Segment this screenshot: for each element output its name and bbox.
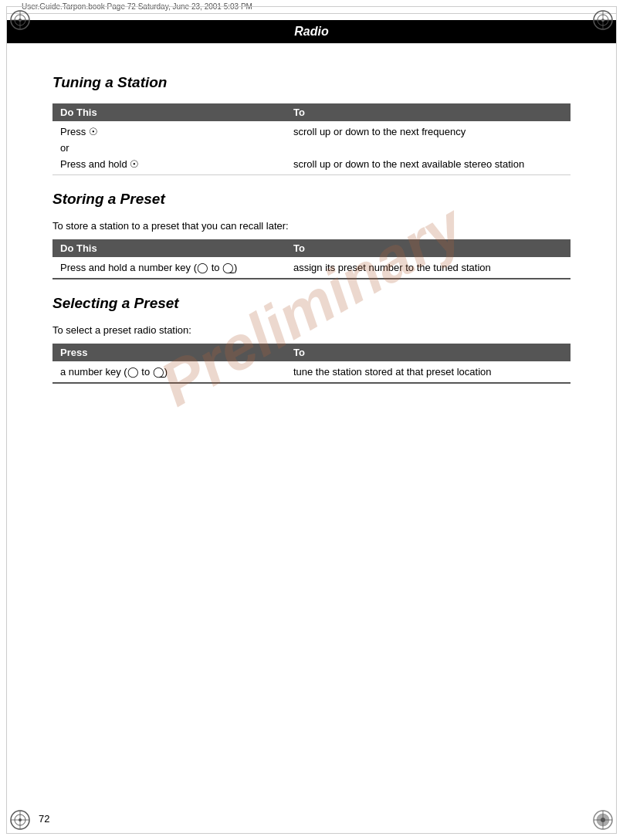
section-heading-selecting: Selecting a Preset bbox=[52, 295, 571, 312]
table-header-row: Press To bbox=[52, 344, 571, 361]
section-heading-storing: Storing a Preset bbox=[52, 191, 571, 208]
table-row: Press and hold ☉ scroll up or down to th… bbox=[52, 154, 571, 175]
page-number: 72 bbox=[39, 813, 49, 825]
col-header-press: Press bbox=[52, 344, 286, 361]
table-header-row: Do This To bbox=[52, 103, 571, 121]
table-row: a number key (◯ to ◯̲) tune the station … bbox=[52, 361, 571, 383]
table-row: Press ☉ scroll up or down to the next fr… bbox=[52, 121, 571, 142]
section-heading-tuning: Tuning a Station bbox=[52, 74, 571, 91]
table-cell-empty bbox=[286, 142, 571, 154]
col-header-to: To bbox=[286, 344, 571, 361]
meta-info: User.Guide.Tarpon.book Page 72 Saturday,… bbox=[6, 0, 617, 14]
page-title: Radio bbox=[294, 25, 328, 38]
col-header-to: To bbox=[286, 239, 571, 257]
corner-decoration-br bbox=[592, 809, 614, 831]
tuning-table: Do This To Press ☉ scroll up or down to … bbox=[52, 103, 571, 175]
table-cell-to: scroll up or down to the next frequency bbox=[286, 121, 571, 142]
table-row-or: or bbox=[52, 142, 571, 154]
section-intro-storing: To store a station to a preset that you … bbox=[52, 220, 571, 232]
corner-decoration-bl bbox=[9, 809, 31, 831]
corner-decoration-tl bbox=[9, 9, 31, 31]
main-content: Tuning a Station Do This To Press ☉ scro… bbox=[6, 43, 617, 430]
table-cell-do: Press ☉ bbox=[52, 121, 286, 142]
table-cell-to: tune the station stored at that preset l… bbox=[286, 361, 571, 383]
col-header-to: To bbox=[286, 103, 571, 121]
table-header-row: Do This To bbox=[52, 239, 571, 257]
table-cell-to: assign its preset number to the tuned st… bbox=[286, 257, 571, 279]
col-header-do-this: Do This bbox=[52, 103, 286, 121]
header-bar: Radio bbox=[6, 20, 617, 43]
col-header-do-this: Do This bbox=[52, 239, 286, 257]
corner-decoration-tr bbox=[592, 9, 614, 31]
table-cell-press: a number key (◯ to ◯̲) bbox=[52, 361, 286, 383]
section-tuning: Tuning a Station Do This To Press ☉ scro… bbox=[52, 74, 571, 175]
table-cell-or: or bbox=[52, 142, 286, 154]
table-cell-do: Press and hold a number key (◯ to ◯̲) bbox=[52, 257, 286, 279]
section-selecting: Selecting a Preset To select a preset ra… bbox=[52, 295, 571, 384]
table-cell-to: scroll up or down to the next available … bbox=[286, 154, 571, 175]
selecting-table: Press To a number key (◯ to ◯̲) tune the… bbox=[52, 344, 571, 384]
table-cell-do: Press and hold ☉ bbox=[52, 154, 286, 175]
storing-table: Do This To Press and hold a number key (… bbox=[52, 239, 571, 279]
section-storing: Storing a Preset To store a station to a… bbox=[52, 191, 571, 279]
section-intro-selecting: To select a preset radio station: bbox=[52, 324, 571, 336]
table-row: Press and hold a number key (◯ to ◯̲) as… bbox=[52, 257, 571, 279]
